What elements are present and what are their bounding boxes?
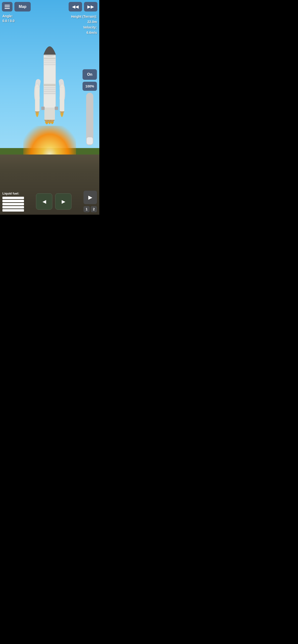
svg-rect-10 — [44, 93, 55, 94]
play-button[interactable]: ▶ — [83, 191, 97, 204]
fuel-bar-2 — [3, 200, 24, 202]
throttle-handle[interactable] — [87, 137, 93, 144]
top-right-controls: ◀◀ ▶▶ — [69, 2, 97, 12]
svg-rect-2 — [44, 58, 55, 60]
stats-right: Height (Terrain): 22.0m Velocity: 6.6m/s — [71, 14, 97, 36]
menu-icon — [5, 5, 10, 9]
fuel-label: Liquid fuel: — [3, 192, 24, 195]
throttle-percent: 100% — [83, 82, 97, 91]
fuel-bar-3 — [3, 203, 24, 205]
fuel-bar-5 — [3, 209, 24, 212]
stats-left: Angle: 0.0 / 0.0 — [3, 14, 15, 23]
map-button[interactable]: Map — [14, 2, 31, 12]
stage-2-button[interactable]: 2 — [91, 206, 97, 212]
steer-left-button[interactable]: ◀ — [36, 193, 52, 210]
svg-rect-4 — [44, 62, 55, 63]
angle-label: Angle: — [3, 14, 15, 19]
rewind-button[interactable]: ◀◀ — [69, 2, 82, 12]
right-controls: On 100% — [83, 69, 97, 146]
rocket — [28, 36, 71, 157]
svg-rect-12 — [35, 88, 40, 112]
svg-rect-3 — [44, 60, 55, 61]
fuel-bar-1 — [3, 197, 24, 199]
velocity-value: 6.6m/s — [71, 30, 97, 35]
angle-value: 0.0 / 0.0 — [3, 19, 15, 24]
height-label: Height (Terrain): — [71, 14, 97, 19]
stage-1-button[interactable]: 1 — [83, 206, 90, 212]
svg-rect-5 — [44, 64, 55, 65]
engine-toggle-button[interactable]: On — [83, 69, 97, 80]
top-bar: Map ◀◀ ▶▶ — [0, 0, 99, 14]
velocity-label: Velocity: — [71, 25, 97, 30]
menu-button[interactable] — [2, 2, 13, 12]
svg-rect-6 — [43, 84, 56, 86]
fastforward-button[interactable]: ▶▶ — [84, 2, 97, 12]
stage-buttons: 1 2 — [83, 206, 97, 212]
top-left-controls: Map — [2, 2, 31, 12]
svg-rect-9 — [44, 91, 55, 92]
svg-rect-7 — [44, 87, 55, 88]
steer-right-button[interactable]: ▶ — [55, 193, 72, 210]
height-value: 22.0m — [71, 19, 97, 24]
svg-rect-13 — [60, 88, 64, 112]
svg-rect-14 — [44, 108, 55, 120]
svg-rect-16 — [55, 106, 58, 110]
fuel-section: Liquid fuel: — [3, 192, 24, 212]
svg-rect-8 — [44, 89, 55, 90]
throttle-slider[interactable] — [86, 93, 93, 146]
svg-rect-15 — [41, 106, 45, 110]
bottom-controls: Liquid fuel: ◀ ▶ ▶ 1 2 — [0, 191, 99, 212]
fuel-bar-4 — [3, 206, 24, 208]
steer-buttons: ◀ ▶ — [36, 193, 72, 210]
game-container: Map ◀◀ ▶▶ Angle: 0.0 / 0.0 Height (Terra… — [0, 0, 99, 215]
right-bottom-buttons: ▶ 1 2 — [83, 191, 97, 212]
